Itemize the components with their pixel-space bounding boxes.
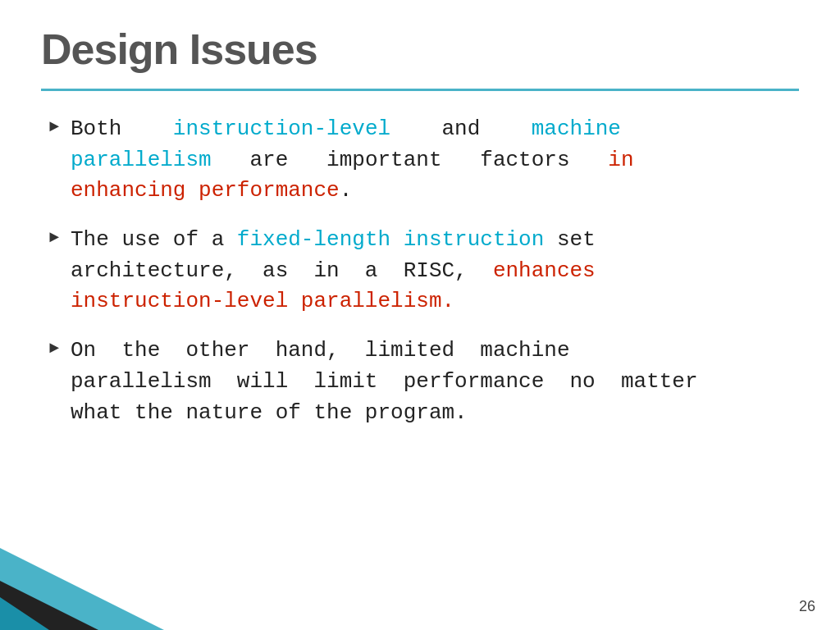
text-enhancing-performance: enhancing performance [71,178,340,203]
text-fixed-length: fixed-length instruction [237,227,544,252]
bullet-text-3: On the other hand, limited machineparall… [71,336,791,428]
bullet-text-1: Both instruction-level and machineparall… [71,114,791,207]
bullet-arrow-2: ► [49,228,59,247]
slide-title: Design Issues [41,25,799,74]
text-in: in [608,148,633,172]
bullet-arrow-3: ► [49,339,59,358]
corner-decoration [0,548,164,630]
slide: Design Issues ► Both instruction-level a… [0,0,840,630]
bullet-arrow-1: ► [49,117,59,136]
bullet-text-2: The use of a fixed-length instruction se… [71,225,791,317]
text-instruction-level: instruction-level [173,116,390,141]
content-area: ► Both instruction-level and machinepara… [41,114,799,428]
bullet-item-3: ► On the other hand, limited machinepara… [49,336,791,428]
bullet-item-2: ► The use of a fixed-length instruction … [49,225,791,317]
bullet-item-1: ► Both instruction-level and machinepara… [49,114,791,207]
divider [41,89,799,91]
text-enhances: enhancesinstruction-level parallelism. [71,258,596,314]
page-number: 26 [799,598,815,615]
